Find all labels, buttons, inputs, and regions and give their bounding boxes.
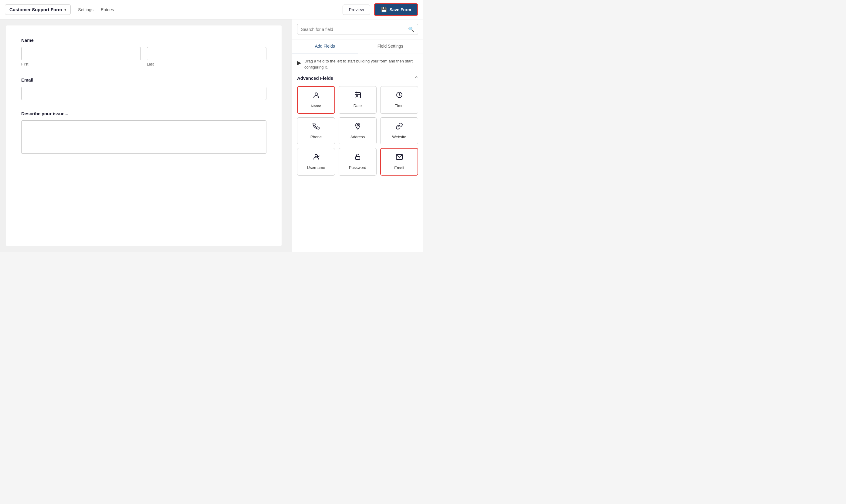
nav-settings[interactable]: Settings [78, 6, 93, 13]
search-bar-wrap: 🔍 [292, 19, 423, 39]
form-inner: Name First Last Email [6, 25, 282, 246]
email-field-group: Email [21, 77, 266, 100]
date-field-label: Date [353, 103, 362, 108]
save-label: Save Form [389, 7, 411, 12]
website-field-icon [396, 123, 403, 132]
svg-point-7 [357, 125, 358, 126]
time-field-icon [396, 91, 403, 101]
save-button[interactable]: 💾 Save Form [374, 3, 418, 16]
svg-point-0 [315, 93, 317, 95]
form-canvas: Name First Last Email [0, 19, 292, 252]
field-card-name[interactable]: Name [297, 86, 335, 114]
field-card-website[interactable]: Website [380, 118, 418, 144]
name-label: Name [21, 38, 266, 43]
tab-field-settings[interactable]: Field Settings [358, 39, 423, 53]
issue-field-group: Describe your issue... [21, 111, 266, 155]
password-field-icon [354, 153, 362, 162]
advanced-fields-title: Advanced Fields [297, 75, 333, 81]
phone-field-icon [313, 123, 320, 132]
name-last-sublabel: Last [147, 62, 266, 67]
date-field-icon [354, 91, 362, 101]
preview-button[interactable]: Preview [342, 4, 370, 15]
address-field-icon [354, 123, 362, 132]
name-last-wrap: Last [147, 47, 266, 67]
cursor-icon: ▶ [297, 59, 301, 67]
search-bar: 🔍 [297, 24, 418, 35]
form-title-text: Customer Support Form [10, 7, 62, 12]
field-card-time[interactable]: Time [380, 86, 418, 114]
search-icon: 🔍 [408, 26, 414, 32]
email-field-label: Email [394, 166, 404, 170]
svg-rect-9 [356, 157, 360, 160]
form-title-button[interactable]: Customer Support Form ▾ [5, 4, 71, 15]
phone-field-label: Phone [311, 134, 322, 139]
svg-rect-5 [356, 95, 357, 96]
top-bar-right: Preview 💾 Save Form [342, 3, 418, 16]
top-bar: Customer Support Form ▾ Settings Entries… [0, 0, 423, 19]
issue-label: Describe your issue... [21, 111, 266, 116]
svg-point-8 [315, 154, 317, 157]
field-card-phone[interactable]: Phone [297, 118, 335, 144]
field-card-date[interactable]: Date [339, 86, 376, 114]
section-chevron-icon[interactable]: ⌃ [415, 76, 418, 81]
email-input[interactable] [21, 87, 266, 100]
field-card-username[interactable]: Username [297, 148, 335, 176]
name-first-wrap: First [21, 47, 141, 67]
name-field-group: Name First Last [21, 38, 266, 67]
name-first-sublabel: First [21, 62, 141, 67]
nav-entries[interactable]: Entries [101, 6, 114, 13]
issue-textarea[interactable] [21, 120, 266, 154]
field-card-address[interactable]: Address [339, 118, 376, 144]
search-input[interactable] [301, 27, 406, 32]
hint-row: ▶ Drag a field to the left to start buil… [292, 53, 423, 72]
hint-text: Drag a field to the left to start buildi… [304, 58, 418, 70]
password-field-label: Password [349, 165, 366, 170]
save-icon: 💾 [381, 7, 387, 13]
svg-rect-1 [355, 92, 360, 98]
sidebar-tabs: Add Fields Field Settings [292, 39, 423, 53]
name-first-input[interactable] [21, 47, 141, 60]
name-field-icon [313, 92, 320, 101]
right-sidebar: 🔍 Add Fields Field Settings ▶ Drag a fie… [292, 19, 423, 252]
username-field-icon [313, 153, 320, 162]
field-card-password[interactable]: Password [339, 148, 376, 176]
name-row: First Last [21, 47, 266, 67]
main-layout: Name First Last Email [0, 19, 423, 252]
username-field-label: Username [307, 165, 325, 170]
email-label: Email [21, 77, 266, 83]
email-field-icon [396, 154, 403, 163]
time-field-label: Time [395, 103, 403, 108]
address-field-label: Address [351, 134, 365, 139]
name-last-input[interactable] [147, 47, 266, 60]
field-card-email[interactable]: Email [380, 148, 418, 176]
form-title-chevron: ▾ [64, 7, 66, 12]
advanced-fields-header: Advanced Fields ⌃ [292, 72, 423, 84]
nav-links: Settings Entries [78, 6, 114, 13]
field-grid: NameDateTimePhoneAddressWebsiteUsernameP… [292, 84, 423, 180]
website-field-label: Website [392, 134, 406, 139]
name-field-label: Name [311, 104, 321, 108]
tab-add-fields[interactable]: Add Fields [292, 39, 358, 53]
